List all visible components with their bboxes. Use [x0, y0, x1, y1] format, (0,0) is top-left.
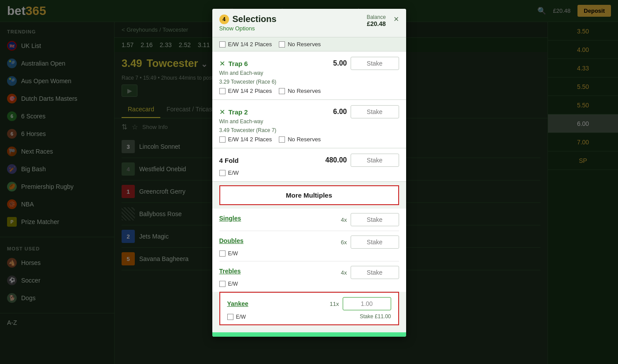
yankee-ew-checkbox[interactable]	[227, 314, 233, 320]
yankee-stake-total: Stake £11.00	[360, 313, 391, 320]
bet2-options-row: E/W 1/4 2 Places No Reserves	[219, 136, 399, 143]
betslip-body: E/W 1/4 2 Places No Reserves ✕ Trap 6 5.…	[212, 37, 406, 337]
bet-item-trap6: ✕ Trap 6 5.00 Win and Each-way 3.29 Towc…	[212, 51, 406, 100]
show-options-link[interactable]: Show Options	[219, 25, 277, 32]
fold-header: 4 Fold 480.00	[219, 154, 399, 167]
singles-name[interactable]: Singles	[219, 215, 241, 222]
bet2-stake-input[interactable]	[351, 105, 399, 118]
singles-count: 4x	[341, 217, 347, 223]
bet2-no-reserves-label: No Reserves	[288, 136, 321, 143]
yankee-name[interactable]: Yankee	[227, 300, 248, 307]
bet2-subtext: Win and Each-way	[219, 118, 399, 125]
bet2-ew-check: E/W 1/4 2 Places	[219, 136, 272, 143]
global-no-reserves-checkbox[interactable]	[279, 41, 285, 48]
fold-odds: 480.00	[326, 156, 347, 164]
more-multiples-button[interactable]: More Multiples	[219, 185, 399, 205]
doubles-row: Doubles 6x E/W	[219, 231, 399, 261]
bet2-right: 6.00	[333, 105, 399, 118]
bet1-odds: 5.00	[333, 59, 347, 67]
global-ew-checkbox[interactable]	[219, 41, 226, 48]
betslip-title: Selections	[233, 14, 277, 24]
doubles-controls: 6x	[341, 235, 399, 249]
trebles-row: Trebles 4x E/W	[219, 261, 399, 292]
bet2-no-reserves-check: No Reserves	[279, 136, 321, 143]
trebles-ew-checkbox[interactable]	[219, 281, 226, 287]
singles-row: Singles 4x	[219, 209, 399, 231]
bet2-odds: 6.00	[333, 108, 347, 116]
bet2-ew-label: E/W 1/4 2 Places	[228, 136, 272, 143]
singles-header: Singles 4x	[219, 213, 399, 226]
bet2-remove-button[interactable]: ✕	[219, 108, 225, 116]
fold-stake-input[interactable]	[351, 154, 399, 167]
betslip-header-right: Balance £20.48 ×	[366, 14, 399, 27]
yankee-stake-input[interactable]	[343, 297, 391, 310]
bet2-main-row: ✕ Trap 2 6.00	[219, 105, 399, 118]
fold-ew-row: E/W	[219, 169, 399, 176]
bet1-name: Trap 6	[229, 60, 248, 67]
yankee-bottom-row: E/W Stake £11.00	[227, 312, 391, 320]
fold-ew-checkbox[interactable]	[219, 170, 226, 176]
fold-ew-label: E/W	[228, 169, 239, 176]
bet2-name: Trap 2	[229, 108, 248, 116]
trebles-header: Trebles 4x	[219, 266, 399, 279]
fold-name: 4 Fold	[219, 157, 239, 164]
yankee-controls: 11x	[330, 297, 391, 310]
bet1-no-reserves-checkbox[interactable]	[279, 88, 285, 94]
betslip-close-button[interactable]: ×	[394, 14, 399, 24]
selections-badge: 4	[219, 15, 229, 24]
bet2-subtext2: 3.49 Towcester (Race 7)	[219, 127, 399, 133]
bet1-stake-input[interactable]	[351, 57, 399, 70]
betslip-header: 4 Selections Show Options Balance £20.48…	[212, 9, 406, 37]
fold-section: 4 Fold 480.00 E/W	[212, 148, 406, 182]
bet1-remove-button[interactable]: ✕	[219, 59, 225, 68]
bet1-main-row: ✕ Trap 6 5.00	[219, 57, 399, 70]
doubles-count: 6x	[341, 239, 347, 246]
global-ew-check: E/W 1/4 2 Places	[219, 41, 272, 48]
trebles-count: 4x	[341, 269, 347, 276]
balance-label: Balance	[366, 14, 385, 20]
bet1-ew-check: E/W 1/4 2 Places	[219, 88, 272, 94]
bet1-ew-label: E/W 1/4 2 Places	[228, 88, 272, 94]
bet1-subtext2: 3.29 Towcester (Race 6)	[219, 79, 399, 85]
betslip-title-area: 4 Selections Show Options	[219, 14, 277, 32]
singles-controls: 4x	[341, 213, 399, 226]
bet1-right: 5.00	[333, 57, 399, 70]
doubles-ew-checkbox[interactable]	[219, 250, 226, 257]
trebles-name[interactable]: Trebles	[219, 268, 241, 275]
yankee-ew-row: E/W	[227, 314, 246, 320]
betslip-global-options: E/W 1/4 2 Places No Reserves	[212, 37, 406, 51]
bet-item-trap2: ✕ Trap 2 6.00 Win and Each-way 3.49 Towc…	[212, 100, 406, 148]
yankee-header: Yankee 11x	[227, 297, 391, 310]
bet1-options-row: E/W 1/4 2 Places No Reserves	[219, 88, 399, 94]
bet1-left: ✕ Trap 6	[219, 59, 248, 68]
yankee-count: 11x	[330, 301, 339, 307]
betslip-title-row: 4 Selections	[219, 14, 277, 24]
bet1-no-reserves-check: No Reserves	[279, 88, 321, 94]
trebles-ew-label: E/W	[228, 281, 238, 287]
trebles-stake-input[interactable]	[351, 266, 399, 279]
bet2-left: ✕ Trap 2	[219, 108, 248, 116]
place-bet-button[interactable]: Place Bet £11.00	[212, 332, 406, 337]
betslip-modal: 4 Selections Show Options Balance £20.48…	[212, 9, 406, 337]
doubles-ew-row: E/W	[219, 250, 399, 257]
bet1-ew-checkbox[interactable]	[219, 88, 226, 94]
trebles-ew-row: E/W	[219, 281, 399, 287]
more-multiples-wrapper: More Multiples	[212, 182, 406, 209]
bet1-subtext: Win and Each-way	[219, 70, 399, 76]
bet1-no-reserves-label: No Reserves	[288, 88, 321, 94]
singles-stake-input[interactable]	[351, 213, 399, 226]
spacer	[212, 325, 406, 332]
doubles-name[interactable]: Doubles	[219, 237, 244, 244]
doubles-ew-label: E/W	[228, 250, 238, 257]
yankee-ew-label: E/W	[236, 314, 246, 320]
doubles-stake-input[interactable]	[351, 235, 399, 249]
trebles-controls: 4x	[341, 266, 399, 279]
doubles-header: Doubles 6x	[219, 235, 399, 249]
bet2-ew-checkbox[interactable]	[219, 136, 226, 143]
balance-amount: £20.48	[366, 20, 385, 27]
yankee-section: Yankee 11x E/W Stake £11.00	[219, 292, 399, 325]
global-no-reserves-check: No Reserves	[279, 41, 321, 48]
bet2-no-reserves-checkbox[interactable]	[279, 136, 285, 143]
fold-right: 480.00	[326, 154, 399, 167]
global-no-reserves-label: No Reserves	[288, 41, 321, 48]
